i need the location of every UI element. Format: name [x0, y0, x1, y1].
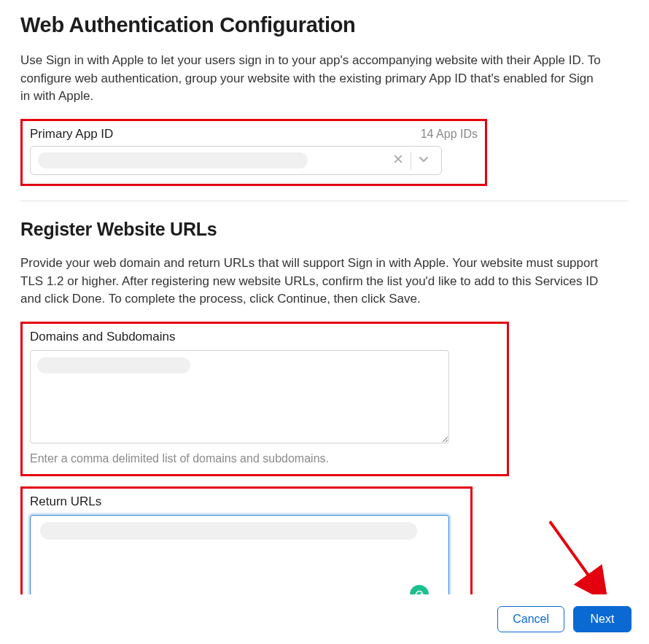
primary-app-id-value-redacted [38, 152, 308, 168]
primary-app-id-dropdown-toggle[interactable] [413, 150, 434, 171]
clear-selection-button[interactable] [388, 150, 408, 171]
close-icon [393, 154, 403, 167]
section-divider [20, 201, 629, 201]
domains-callout: Domains and Subdomains Enter a comma del… [20, 322, 509, 476]
webauth-description: Use Sign in with Apple to let your users… [20, 52, 604, 106]
combo-divider [411, 152, 411, 169]
cancel-button[interactable]: Cancel [497, 606, 564, 632]
return-urls-input[interactable] [30, 515, 449, 594]
primary-app-id-count: 14 App IDs [421, 128, 478, 141]
register-urls-title: Register Website URLs [20, 219, 629, 240]
domains-helper-text: Enter a comma delimited list of domains … [30, 452, 449, 465]
return-urls-callout: Return URLs Enter a comma [20, 486, 473, 594]
register-urls-description: Provide your web domain and return URLs … [20, 255, 604, 309]
primary-app-id-callout: Primary App ID 14 App IDs [20, 119, 487, 186]
page-title: Web Authentication Configuration [20, 13, 629, 37]
return-urls-label: Return URLs [30, 494, 449, 509]
dialog-footer: Cancel Next [0, 594, 649, 644]
config-scroll-area[interactable]: Web Authentication Configuration Use Sig… [0, 0, 649, 594]
domains-input[interactable] [30, 350, 449, 443]
next-button[interactable]: Next [573, 606, 631, 632]
primary-app-id-select[interactable] [30, 146, 442, 175]
domains-label: Domains and Subdomains [30, 330, 449, 344]
chevron-down-icon [418, 153, 430, 168]
primary-app-id-label: Primary App ID [30, 127, 113, 141]
